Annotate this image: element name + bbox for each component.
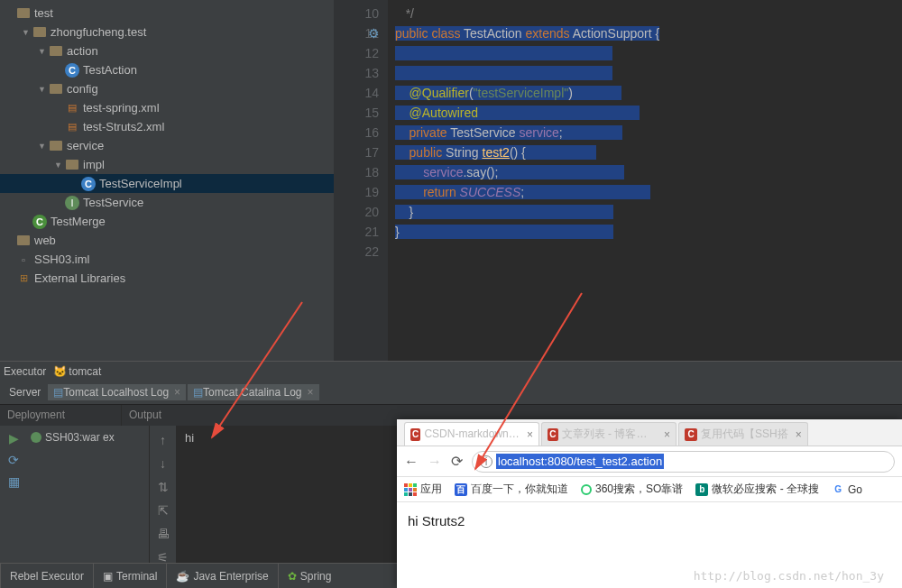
status-spring[interactable]: ✿Spring (278, 564, 341, 588)
wrap-icon[interactable]: ⇅ (158, 480, 169, 494)
class-icon: C (65, 63, 79, 78)
tree-label: TestAction (83, 63, 137, 77)
sync-icon[interactable]: ⟳ (8, 453, 19, 467)
gear-icon[interactable]: ⚙ (368, 23, 380, 43)
tree-label: TestServiceImpl (99, 177, 182, 190)
bookmark-google[interactable]: G Go (832, 483, 862, 496)
bookmark-label: Go (848, 483, 862, 496)
expand-arrow-icon[interactable]: ▼ (38, 47, 47, 56)
bookmarks-bar: 应用 百 百度一下，你就知道 360搜索，SO靠谱 b 微软必应搜索 - 全球搜… (397, 477, 902, 502)
tree-item[interactable]: ▫SSH03.iml (0, 250, 334, 269)
tree-item[interactable]: test (0, 4, 334, 23)
bookmark-bing[interactable]: b 微软必应搜索 - 全球搜 (695, 482, 819, 497)
bing-icon: b (695, 483, 708, 496)
bookmark-360[interactable]: 360搜索，SO靠谱 (581, 482, 683, 497)
browser-tab[interactable]: C复用代码【SSH搭× (678, 422, 808, 446)
editor-gutter: ⚙ 10111213141516171819202122 (334, 0, 388, 361)
print-icon[interactable]: 🖶 (157, 527, 170, 541)
tree-item[interactable]: web (0, 231, 334, 250)
favicon-icon: C (685, 428, 697, 441)
page-icon: ▤ (53, 386, 63, 399)
export-icon[interactable]: ⇱ (158, 503, 169, 518)
folder-icon (66, 160, 78, 170)
favicon-icon: C (410, 428, 420, 441)
tree-label: TestService (83, 196, 143, 209)
so360-icon (581, 484, 592, 495)
tab-title: 复用代码【SSH搭 (701, 427, 788, 442)
tree-label: web (34, 234, 56, 247)
page-text: hi Struts2 (408, 513, 465, 528)
bookmark-label: 微软必应搜索 - 全球搜 (712, 482, 819, 497)
status-label: Spring (300, 570, 332, 583)
tab-tomcat-localhost[interactable]: ▤ Tomcat Localhost Log × (48, 384, 186, 400)
tree-item[interactable]: ⊞External Libraries (0, 269, 334, 288)
file-icon: ▫ (16, 253, 31, 267)
status-label: Rebel Executor (10, 570, 84, 583)
folder-icon (17, 8, 30, 18)
tree-item[interactable]: ▤test-Struts2.xml (0, 117, 334, 136)
close-icon[interactable]: × (796, 428, 802, 441)
bookmark-label: 百度一下，你就知道 (471, 482, 568, 497)
tree-item[interactable]: CTestServiceImpl (0, 174, 334, 193)
executor-bar: Executor 🐱 tomcat (0, 361, 902, 381)
expand-arrow-icon[interactable]: ▼ (38, 142, 47, 151)
tree-label: service (67, 139, 104, 152)
tree-item[interactable]: ▼impl (0, 155, 334, 174)
bookmark-label: 应用 (420, 482, 442, 497)
java-icon: ☕ (176, 570, 189, 583)
run-icon[interactable]: ▶ (9, 431, 19, 446)
apps-icon (404, 483, 417, 496)
bookmark-label: 360搜索，SO靠谱 (595, 482, 683, 497)
status-terminal[interactable]: ▣Terminal (93, 564, 166, 588)
tree-item[interactable]: ▤test-spring.xml (0, 98, 334, 117)
tree-label: action (67, 44, 98, 58)
reload-button[interactable]: ⟳ (451, 453, 463, 470)
bookmark-baidu[interactable]: 百 百度一下，你就知道 (455, 482, 568, 497)
layout-icon[interactable]: ▦ (8, 474, 20, 489)
tree-item[interactable]: ▼config (0, 79, 334, 98)
tree-item[interactable]: ITestService (0, 193, 334, 212)
baidu-icon: 百 (455, 483, 467, 496)
google-icon: G (832, 483, 844, 496)
xml-icon: ▤ (65, 101, 79, 115)
tree-label: test-spring.xml (83, 101, 160, 115)
interface-icon: I (65, 196, 79, 210)
deployment-label: SSH03:war ex (45, 431, 115, 444)
annotation-arrow (203, 298, 311, 451)
run-tools: ▶ ⟳ ▦ (0, 426, 27, 563)
expand-arrow-icon[interactable]: ▼ (38, 85, 47, 94)
back-button[interactable]: ← (404, 454, 419, 470)
tree-item[interactable]: ▼service (0, 136, 334, 155)
tree-item[interactable]: CTestMerge (0, 212, 334, 231)
server-tab[interactable]: Server (4, 384, 46, 400)
tab-label: Tomcat Localhost Log (63, 386, 169, 399)
library-icon: ⊞ (16, 271, 31, 286)
output-header-label: Output (122, 405, 169, 426)
tree-item[interactable]: ▼action (0, 41, 334, 60)
status-label: Terminal (116, 570, 157, 583)
tree-label: External Libraries (34, 271, 125, 285)
tree-item[interactable]: CTestAction (0, 60, 334, 79)
status-java[interactable]: ☕Java Enterprise (166, 564, 277, 588)
tree-label: test-Struts2.xml (83, 120, 164, 133)
spring-icon: ✿ (288, 570, 297, 583)
close-icon[interactable]: × (664, 428, 670, 441)
folder-icon (17, 235, 30, 245)
status-dot-icon (31, 432, 41, 443)
up-arrow-icon[interactable]: ↑ (160, 433, 166, 447)
expand-arrow-icon[interactable]: ▼ (54, 161, 63, 170)
status-rebel[interactable]: Rebel Executor (0, 564, 93, 588)
close-icon[interactable]: × (174, 386, 180, 399)
expand-arrow-icon[interactable]: ▼ (22, 28, 31, 37)
terminal-icon: ▣ (103, 570, 113, 583)
svg-line-0 (212, 302, 302, 437)
tree-label: test (34, 6, 53, 20)
code-editor[interactable]: ⚙ 10111213141516171819202122 */public cl… (334, 0, 902, 361)
forward-button[interactable]: → (428, 454, 442, 470)
folder-icon (33, 27, 46, 37)
deployment-item[interactable]: SSH03:war ex (31, 431, 145, 444)
tree-item[interactable]: ▼zhongfucheng.test (0, 23, 334, 41)
apps-button[interactable]: 应用 (404, 482, 442, 497)
xml-icon: ▤ (65, 120, 79, 134)
down-arrow-icon[interactable]: ↓ (160, 456, 166, 471)
